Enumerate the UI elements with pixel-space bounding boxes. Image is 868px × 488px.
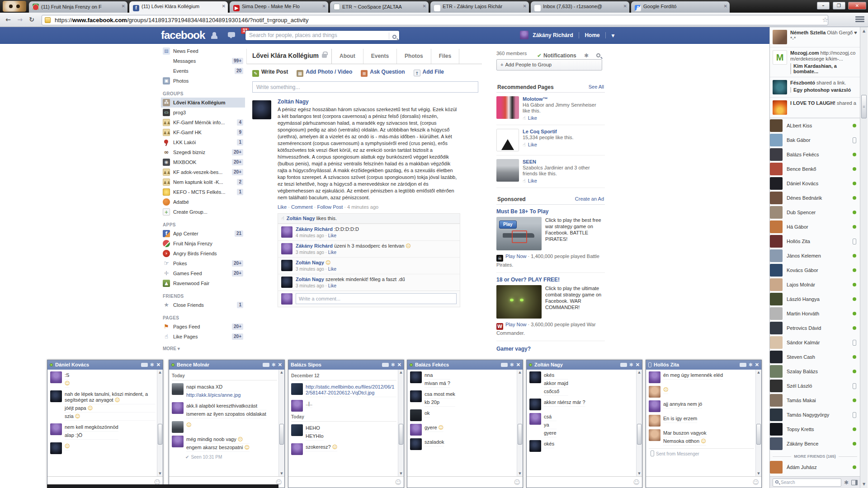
comment-like-link[interactable]: Like bbox=[328, 250, 336, 255]
chat-scrollbar[interactable]: ▲▼ bbox=[398, 370, 404, 476]
sidebar-item[interactable]: ♟♟KF adok-veszek-bes...20+ bbox=[161, 167, 245, 177]
tab-close-icon[interactable]: ✕ bbox=[322, 4, 326, 9]
page-like-link[interactable]: ☝Like bbox=[523, 142, 574, 148]
comment-avatar[interactable] bbox=[281, 260, 292, 271]
toolbar-photo-button[interactable]: ▦Add Photo / Video bbox=[297, 69, 352, 77]
sidebar-item[interactable]: ☞Pokes20+ bbox=[161, 258, 245, 268]
sidebar-item[interactable]: ♟♟Nem kaptunk kolit -K...2 bbox=[161, 177, 245, 187]
restore-button[interactable]: ❐ bbox=[833, 2, 845, 9]
forward-button[interactable]: → bbox=[14, 15, 25, 25]
scroll-up-icon[interactable]: ▲ bbox=[157, 371, 163, 374]
friend-row[interactable]: Dub Spencer bbox=[770, 205, 860, 220]
chat-input[interactable]: ☺ bbox=[646, 476, 761, 488]
ticker-actor-name[interactable]: I LOVE TO LAUGH! bbox=[790, 100, 835, 106]
friend-row[interactable]: Martin Horváth bbox=[770, 306, 860, 321]
messages-icon[interactable] bbox=[226, 31, 240, 40]
composer-input[interactable]: Write something... bbox=[252, 81, 478, 93]
chat-titlebar[interactable]: Bence Molnár✱✕ bbox=[169, 360, 284, 370]
post-author-link[interactable]: Zoltán Nagy bbox=[278, 99, 482, 105]
post-comment-link[interactable]: Comment bbox=[291, 204, 313, 210]
tab-close-icon[interactable]: ✕ bbox=[724, 4, 727, 9]
chat-titlebar[interactable]: Balázs Fekécs✱✕ bbox=[407, 360, 523, 370]
sidebar-more-link[interactable]: MORE ▾ bbox=[163, 346, 245, 352]
comment-avatar[interactable] bbox=[281, 226, 292, 238]
page-like-link[interactable]: ☝Like bbox=[523, 115, 605, 121]
url-field[interactable]: https://www.facebook.com/groups/14189137… bbox=[42, 15, 828, 25]
chat-window[interactable]: Balázs Fekécs✱✕nnamivan má ?csa most mek… bbox=[407, 360, 523, 488]
browser-tab[interactable]: ▶Sima Deep - Make Me Flo✕ bbox=[230, 1, 328, 13]
see-all-link[interactable]: See All bbox=[589, 84, 604, 90]
sidebar-item[interactable]: 16Events20 bbox=[161, 66, 245, 76]
friend-search-input[interactable]: Search bbox=[773, 479, 841, 487]
friend-row[interactable]: Ádám Juhász bbox=[770, 460, 860, 474]
ad-title-link[interactable]: 18 or Over? PLAY FREE! bbox=[496, 277, 605, 283]
chat-gear-icon[interactable]: ✱ bbox=[391, 360, 395, 370]
friend-row[interactable]: ALbert Kiss bbox=[770, 118, 860, 133]
friend-row[interactable]: Steven Cash bbox=[770, 350, 860, 364]
browser-tab[interactable]: eETR - Zákány Lajos Richár✕ bbox=[430, 1, 529, 13]
chat-message-link[interactable]: http://akk.li/pics/anne.jpg bbox=[186, 391, 241, 399]
chat-scrollbar[interactable]: ▲▼ bbox=[157, 370, 163, 476]
browser-tab[interactable]: ETR ~ CooSpace [ZALTAA✕ bbox=[330, 1, 429, 13]
create-ad-link[interactable]: Create an Ad bbox=[575, 196, 604, 202]
smiley-icon[interactable]: ☺ bbox=[633, 479, 640, 486]
friend-row[interactable]: László Hangya bbox=[770, 292, 860, 306]
group-tab-about[interactable]: About bbox=[332, 49, 363, 64]
browser-tab[interactable]: AGoogle Fordító✕ bbox=[631, 1, 730, 13]
chat-titlebar[interactable]: Zoltán Nagy✱✕ bbox=[527, 360, 642, 370]
site-identity-icon[interactable] bbox=[45, 17, 51, 23]
comment-author-link[interactable]: Zákány Richárd bbox=[296, 226, 333, 232]
video-call-icon[interactable] bbox=[740, 363, 746, 367]
friend-row[interactable]: Petrovics Dávid bbox=[770, 321, 860, 335]
chat-close-icon[interactable]: ✕ bbox=[397, 360, 401, 370]
chat-scrollbar[interactable]: ▲▼ bbox=[755, 370, 761, 476]
chat-settings-gear-icon[interactable]: ✱ bbox=[844, 479, 849, 486]
scrollbar-thumb[interactable] bbox=[279, 424, 284, 445]
video-call-icon[interactable] bbox=[501, 363, 508, 367]
scroll-down-icon[interactable]: ▼ bbox=[517, 472, 523, 475]
scroll-down-icon[interactable]: ▼ bbox=[398, 472, 404, 475]
scroll-down-icon[interactable]: ▼ bbox=[157, 472, 163, 475]
back-button[interactable]: ← bbox=[3, 15, 14, 25]
comment-avatar[interactable] bbox=[281, 277, 292, 288]
sidebar-scrollbar[interactable]: ▲ ▼ bbox=[860, 27, 868, 488]
global-search[interactable] bbox=[245, 30, 400, 41]
sidebar-item[interactable]: ▭prog3 bbox=[161, 108, 245, 117]
video-call-icon[interactable] bbox=[382, 363, 389, 367]
sidebar-item[interactable]: KEFO - MCTS Felkés...1 bbox=[161, 187, 245, 197]
ad-title-link[interactable]: Must Be 18+ To Play bbox=[496, 208, 605, 215]
chat-input[interactable]: ☺ bbox=[288, 476, 404, 488]
scroll-up-icon[interactable]: ▲ bbox=[517, 371, 523, 374]
sidebar-item[interactable]: ›Angry Birds Friends bbox=[161, 249, 245, 258]
avatar[interactable] bbox=[520, 31, 528, 39]
liker-name[interactable]: Zoltán Nagy bbox=[287, 216, 315, 221]
browser-tab[interactable]: MInbox (7,633) - r1zsaone@✕ bbox=[531, 1, 629, 13]
global-search-input[interactable] bbox=[249, 32, 380, 38]
chat-message-link[interactable]: http://static.mellbimbo.eu/files/2012/06… bbox=[306, 383, 396, 397]
add-people-button[interactable]: +Add People to Group bbox=[496, 59, 602, 70]
chat-titlebar[interactable]: Balázs Sipos✱✕ bbox=[288, 360, 404, 370]
sidebar-item[interactable]: ▤News Feed bbox=[161, 46, 245, 56]
ticker-story[interactable]: MMozogj.com http://mozogj.com/erdekesseg… bbox=[770, 47, 860, 77]
ticker-actor-name[interactable]: Fészbontó bbox=[790, 80, 815, 85]
sidebar-item[interactable]: ★Close Friends1 bbox=[161, 300, 245, 310]
ticker-story[interactable]: Fészbontó shared a link.Egy photoshop va… bbox=[770, 77, 860, 98]
page-name-link[interactable]: SEEN bbox=[523, 159, 605, 164]
friend-row[interactable]: Zákány Bence bbox=[770, 436, 860, 451]
scrollbar-thumb[interactable] bbox=[756, 424, 761, 445]
scroll-down-icon[interactable]: ▼ bbox=[637, 472, 642, 475]
friend-row[interactable]: Balázs Fekécs bbox=[770, 147, 860, 162]
lecoq-thumbnail[interactable] bbox=[496, 129, 519, 151]
sidebar-item[interactable]: ♟♟KF-Gamf Mérnök info...4 bbox=[161, 117, 245, 127]
scroll-down-icon[interactable]: ▼ bbox=[756, 472, 761, 475]
smiley-icon[interactable]: ☺ bbox=[514, 479, 520, 486]
friend-row[interactable]: Tamás Makai bbox=[770, 393, 860, 408]
seen-thumbnail[interactable] bbox=[496, 159, 519, 182]
friend-requests-icon[interactable] bbox=[210, 31, 223, 40]
account-menu-caret-icon[interactable]: ▼ bbox=[611, 33, 614, 38]
friend-row[interactable]: Hollós Zita bbox=[770, 234, 860, 249]
ticker-story[interactable]: Németh Sztella Oláh Gergő ♥ *-* bbox=[770, 27, 860, 47]
sidebar-item[interactable]: ◉MIXBOOK20+ bbox=[161, 157, 245, 167]
comment-like-link[interactable]: Like bbox=[328, 233, 336, 238]
comment-author-link[interactable]: Zoltán Nagy bbox=[296, 277, 324, 282]
